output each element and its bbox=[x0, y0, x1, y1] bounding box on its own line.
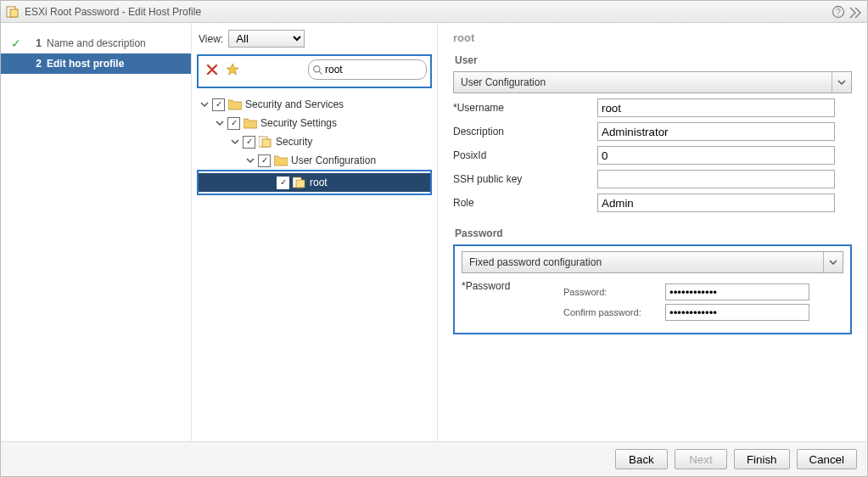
password-section-label: Password bbox=[455, 227, 852, 239]
tree-node-root[interactable]: root bbox=[199, 173, 430, 192]
collapse-icon[interactable] bbox=[244, 154, 256, 166]
profile-tree[interactable]: Security and Services Security Settings … bbox=[195, 93, 434, 435]
username-input[interactable] bbox=[597, 98, 835, 117]
password-input[interactable] bbox=[665, 283, 809, 300]
tree-toolbar bbox=[202, 59, 427, 80]
svg-rect-1 bbox=[10, 9, 18, 17]
tree-label: Security and Services bbox=[245, 98, 344, 110]
confirm-password-input[interactable] bbox=[665, 304, 809, 321]
tree-label: User Configuration bbox=[291, 154, 376, 166]
cancel-button[interactable]: Cancel bbox=[797, 449, 858, 469]
delete-icon[interactable] bbox=[205, 63, 219, 76]
tree-label: Security bbox=[276, 136, 312, 148]
next-button[interactable]: Next bbox=[675, 449, 727, 469]
host-profile-icon bbox=[6, 5, 20, 19]
search-highlight bbox=[197, 54, 432, 88]
svg-line-5 bbox=[319, 71, 322, 74]
svg-rect-9 bbox=[296, 180, 305, 188]
folder-icon bbox=[274, 154, 288, 166]
favorite-icon[interactable] bbox=[226, 63, 239, 76]
role-input[interactable] bbox=[597, 194, 835, 212]
confirm-password-line: Confirm password: bbox=[563, 304, 843, 321]
step-name-and-description[interactable]: ✓ 1 Name and description bbox=[1, 33, 191, 53]
tree-node-security[interactable]: Security bbox=[195, 132, 434, 151]
password-label: *Password bbox=[462, 280, 563, 324]
step-number: 1 bbox=[28, 37, 42, 49]
description-row: Description bbox=[453, 122, 852, 141]
profile-icon bbox=[259, 136, 272, 148]
user-config-combo[interactable]: User Configuration bbox=[453, 71, 852, 93]
panel-title: root bbox=[453, 31, 852, 44]
finish-button[interactable]: Finish bbox=[734, 449, 790, 469]
confirm-password-label: Confirm password: bbox=[563, 307, 665, 317]
combo-value: Fixed password configuration bbox=[469, 256, 602, 268]
search-icon bbox=[312, 65, 323, 76]
dialog-window: ESXi Root Password - Edit Host Profile ?… bbox=[0, 0, 868, 477]
window-title: ESXi Root Password - Edit Host Profile bbox=[25, 6, 828, 18]
step-label: Edit host profile bbox=[47, 58, 124, 70]
description-input[interactable] bbox=[597, 122, 835, 141]
tree-node-user-configuration[interactable]: User Configuration bbox=[195, 151, 434, 170]
tree-label: root bbox=[310, 177, 328, 188]
collapse-icon[interactable] bbox=[214, 117, 226, 129]
tree-panel: View: All Security and bbox=[192, 23, 438, 441]
folder-icon bbox=[228, 98, 242, 110]
username-label: *Username bbox=[453, 102, 597, 114]
password-highlight: Fixed password configuration *Password P… bbox=[453, 244, 852, 334]
ssh-input[interactable] bbox=[597, 170, 835, 188]
tree-checkbox[interactable] bbox=[212, 98, 225, 111]
collapse-icon[interactable] bbox=[199, 98, 210, 110]
dialog-footer: Back Next Finish Cancel bbox=[1, 441, 867, 476]
help-icon[interactable]: ? bbox=[832, 5, 845, 19]
svg-point-4 bbox=[314, 65, 320, 71]
password-config-combo[interactable]: Fixed password configuration bbox=[462, 251, 843, 273]
description-label: Description bbox=[453, 126, 597, 137]
chevron-down-icon bbox=[823, 252, 843, 272]
search-input[interactable] bbox=[323, 63, 407, 76]
svg-text:?: ? bbox=[836, 8, 841, 17]
tree-checkbox[interactable] bbox=[243, 136, 255, 149]
tree-node-security-services[interactable]: Security and Services bbox=[195, 95, 434, 114]
step-number: 2 bbox=[28, 58, 42, 70]
tree-checkbox[interactable] bbox=[227, 117, 240, 130]
password-fields: Password: Confirm password: bbox=[563, 280, 843, 324]
role-row: Role bbox=[453, 194, 852, 212]
step-edit-host-profile[interactable]: 2 Edit host profile bbox=[1, 53, 191, 74]
password-field-label: Password: bbox=[563, 287, 665, 297]
chevron-down-icon bbox=[832, 72, 851, 93]
user-section-label: User bbox=[455, 54, 852, 66]
folder-icon bbox=[244, 117, 257, 129]
search-box[interactable] bbox=[308, 59, 427, 80]
collapse-icon[interactable] bbox=[229, 136, 241, 148]
ssh-row: SSH public key bbox=[453, 170, 852, 188]
password-fields-row: *Password Password: Confirm password: bbox=[462, 280, 843, 324]
titlebar: ESXi Root Password - Edit Host Profile ? bbox=[1, 1, 867, 23]
selection-highlight: root bbox=[197, 170, 432, 195]
wizard-steps: ✓ 1 Name and description 2 Edit host pro… bbox=[1, 23, 192, 441]
restore-icon[interactable] bbox=[848, 5, 862, 19]
posixid-label: PosixId bbox=[453, 149, 597, 161]
posixid-input[interactable] bbox=[597, 146, 835, 165]
role-label: Role bbox=[453, 197, 597, 209]
detail-panel: root User User Configuration *Username D… bbox=[438, 23, 867, 441]
view-filter-row: View: All bbox=[195, 30, 434, 48]
tree-checkbox[interactable] bbox=[258, 154, 271, 167]
check-icon: ✓ bbox=[9, 36, 23, 50]
dialog-body: ✓ 1 Name and description 2 Edit host pro… bbox=[1, 23, 867, 441]
tree-checkbox[interactable] bbox=[277, 177, 289, 189]
ssh-label: SSH public key bbox=[453, 173, 597, 185]
tree-node-security-settings[interactable]: Security Settings bbox=[195, 114, 434, 132]
svg-rect-7 bbox=[262, 139, 271, 147]
profile-icon bbox=[293, 177, 306, 188]
posixid-row: PosixId bbox=[453, 146, 852, 165]
view-label: View: bbox=[199, 33, 223, 45]
step-label: Name and description bbox=[47, 37, 146, 49]
back-button[interactable]: Back bbox=[615, 449, 668, 469]
tree-label: Security Settings bbox=[260, 117, 337, 129]
tree-spacer bbox=[263, 177, 275, 188]
password-line: Password: bbox=[563, 283, 843, 300]
combo-value: User Configuration bbox=[461, 76, 546, 88]
username-row: *Username bbox=[453, 98, 852, 117]
view-select[interactable]: All bbox=[228, 30, 305, 48]
